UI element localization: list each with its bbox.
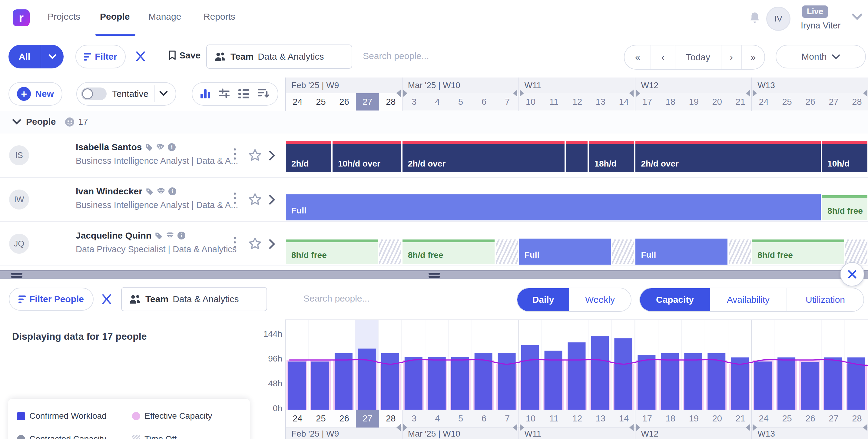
notifications-bell-icon[interactable] — [747, 10, 762, 26]
all-filter-chevron-down-icon[interactable] — [41, 45, 64, 68]
allocation-full-segment[interactable]: Full — [636, 239, 727, 264]
allocation-free-segment[interactable]: 8h/d free — [822, 195, 867, 220]
close-panel-button[interactable] — [840, 262, 864, 286]
nav-item-manage[interactable]: Manage — [148, 11, 181, 22]
allocation-full-segment[interactable]: Full — [519, 239, 611, 264]
time-off-segment[interactable] — [612, 240, 634, 264]
person-avatar[interactable]: IS — [9, 145, 29, 165]
collapse-week-left-icon[interactable] — [863, 424, 867, 431]
tentative-chevron-down-icon[interactable] — [159, 91, 168, 97]
date-cell[interactable]: 25 — [775, 410, 799, 428]
clear-filter-icon[interactable] — [100, 293, 113, 306]
date-cell[interactable]: 11 — [542, 93, 566, 111]
date-cell[interactable]: 25 — [309, 410, 333, 428]
allocation-overbooked-segment[interactable]: 2h/d over — [403, 141, 564, 172]
filter-people-button[interactable]: Filter People — [9, 288, 94, 311]
sliders-view-icon[interactable] — [218, 88, 230, 100]
collapse-chevron-down-icon[interactable] — [12, 119, 21, 126]
sort-icon[interactable] — [257, 88, 270, 100]
date-cell[interactable]: 6 — [472, 410, 496, 428]
allocation-overbooked-segment[interactable]: 18h/d — [589, 141, 634, 172]
new-button[interactable]: + New — [8, 82, 62, 106]
time-off-segment[interactable] — [496, 240, 518, 264]
date-cell[interactable]: 5 — [449, 93, 472, 111]
collapse-week-left-icon[interactable] — [629, 424, 633, 431]
open-person-chevron-right-icon[interactable] — [269, 239, 275, 250]
today-button[interactable]: Today — [675, 45, 721, 69]
expand-week-right-icon[interactable] — [520, 90, 524, 97]
expand-week-right-icon[interactable] — [403, 90, 407, 97]
date-cell[interactable]: 13 — [589, 93, 612, 111]
expand-week-right-icon[interactable] — [520, 424, 524, 431]
date-cell[interactable]: 5 — [449, 410, 472, 428]
date-cell[interactable]: 27 — [822, 93, 845, 111]
collapse-week-left-icon[interactable] — [746, 90, 750, 97]
allocation-full-segment[interactable]: Full — [286, 194, 821, 220]
row-menu-icon[interactable] — [234, 237, 236, 248]
date-cell[interactable]: 24 — [286, 410, 309, 428]
toggle-option-weekly[interactable]: Weekly — [569, 288, 631, 311]
date-cell[interactable]: 4 — [426, 410, 449, 428]
expand-week-right-icon[interactable] — [636, 424, 640, 431]
allocation-overbooked-segment[interactable]: 10h/d over — [333, 141, 401, 172]
chart-view-icon[interactable] — [200, 89, 210, 98]
date-cell[interactable]: 12 — [566, 93, 589, 111]
open-person-chevron-right-icon[interactable] — [269, 151, 275, 162]
collapse-week-left-icon[interactable] — [397, 424, 401, 431]
jump-forward-button[interactable]: » — [742, 45, 765, 69]
save-view-button[interactable]: Save — [168, 50, 200, 61]
date-cell[interactable]: 26 — [799, 410, 822, 428]
person-avatar[interactable]: JQ — [9, 234, 29, 254]
runn-logo[interactable]: r — [13, 9, 30, 26]
allocation-overbooked-segment[interactable]: 2h/d — [286, 141, 331, 172]
info-icon[interactable]: i — [168, 187, 176, 195]
date-cell[interactable]: 26 — [333, 93, 356, 111]
collapse-week-left-icon[interactable] — [513, 424, 517, 431]
date-cell[interactable]: 26 — [799, 93, 822, 111]
collapse-week-left-icon[interactable] — [746, 424, 750, 431]
toggle-option-capacity[interactable]: Capacity — [640, 288, 710, 311]
search-people-input[interactable] — [303, 293, 413, 304]
allocation-overbooked-segment[interactable]: 2h/d over — [636, 141, 821, 172]
expand-week-right-icon[interactable] — [636, 90, 640, 97]
star-icon[interactable] — [248, 193, 262, 207]
all-filter-button[interactable]: All — [8, 45, 64, 68]
resize-handle[interactable] — [11, 273, 23, 278]
collapse-week-left-icon[interactable] — [629, 90, 633, 97]
collapse-week-left-icon[interactable] — [513, 90, 517, 97]
collapse-week-left-icon[interactable] — [863, 90, 867, 97]
jump-back-button[interactable]: « — [624, 45, 651, 69]
step-forward-button[interactable]: › — [721, 45, 742, 69]
today-date-cell[interactable]: 27 — [356, 93, 379, 111]
date-cell[interactable]: 20 — [705, 410, 729, 428]
date-cell[interactable]: 6 — [472, 93, 496, 111]
allocation-free-segment[interactable]: 8h/d free — [752, 240, 844, 264]
team-filter-chip[interactable]: Team Data & Analytics — [121, 287, 267, 311]
person-name[interactable]: Jacqueline Quinn — [76, 230, 151, 241]
list-view-icon[interactable] — [238, 89, 249, 98]
date-cell[interactable]: 11 — [542, 410, 566, 428]
expand-week-right-icon[interactable] — [753, 90, 757, 97]
date-cell[interactable]: 18 — [659, 410, 682, 428]
people-section-header[interactable]: People 17 — [0, 111, 868, 134]
allocation-overbooked-segment[interactable]: 10h/d — [822, 141, 867, 172]
open-person-chevron-right-icon[interactable] — [269, 195, 275, 206]
date-cell[interactable]: 18 — [659, 93, 682, 111]
clear-filter-icon[interactable] — [134, 50, 147, 64]
collapse-week-left-icon[interactable] — [397, 90, 401, 97]
star-icon[interactable] — [248, 149, 262, 163]
toggle-option-availability[interactable]: Availability — [710, 288, 787, 311]
row-menu-icon[interactable] — [234, 193, 236, 204]
date-cell[interactable]: 25 — [309, 93, 333, 111]
nav-item-reports[interactable]: Reports — [204, 11, 235, 22]
date-cell[interactable]: 26 — [333, 410, 356, 428]
user-menu-chevron-down-icon[interactable] — [851, 13, 863, 21]
allocation-free-segment[interactable]: 8h/d free — [403, 240, 495, 264]
person-name[interactable]: Ivan Windecker — [76, 186, 142, 196]
search-people-input[interactable] — [362, 51, 472, 61]
user-avatar[interactable]: IV — [766, 7, 790, 31]
zoom-level-select[interactable]: Month — [776, 45, 866, 68]
toggle-option-daily[interactable]: Daily — [517, 288, 569, 311]
date-cell[interactable]: 24 — [286, 93, 309, 111]
toggle-option-utilization[interactable]: Utilization — [787, 288, 864, 311]
